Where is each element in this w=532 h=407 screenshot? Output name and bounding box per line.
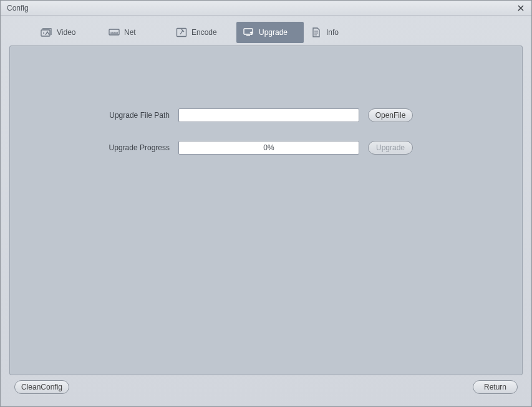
progress-display: 0%: [178, 141, 359, 155]
upgrade-panel: Upgrade File Path OpenFile Upgrade Progr…: [9, 45, 523, 375]
svg-rect-2: [109, 29, 119, 35]
tab-label: Info: [326, 28, 339, 37]
open-file-button[interactable]: OpenFile: [368, 108, 413, 122]
row-file-path: Upgrade File Path OpenFile: [10, 108, 522, 122]
tab-label: Video: [57, 28, 75, 37]
encode-icon: [175, 27, 188, 37]
tabbar: Video Net Encode Upgrade: [9, 22, 523, 43]
return-button[interactable]: Return: [473, 380, 518, 394]
footer: CleanConfig Return: [9, 375, 523, 400]
close-icon[interactable]: [515, 2, 526, 14]
tab-label: Net: [124, 28, 136, 37]
tab-net[interactable]: Net: [102, 22, 169, 43]
tab-label: Encode: [191, 28, 217, 37]
net-icon: [108, 27, 120, 37]
tab-info[interactable]: Info: [304, 22, 371, 43]
body-area: Video Net Encode Upgrade: [1, 16, 531, 406]
clean-config-button[interactable]: CleanConfig: [14, 380, 69, 394]
upgrade-button[interactable]: Upgrade: [368, 141, 413, 155]
svg-point-1: [43, 32, 44, 34]
file-path-input[interactable]: [178, 108, 359, 122]
info-icon: [310, 27, 322, 37]
window-title: Config: [7, 4, 515, 12]
titlebar: Config: [1, 1, 531, 16]
video-icon: [41, 27, 53, 37]
row-progress: Upgrade Progress 0% Upgrade: [10, 141, 522, 155]
progress-text: 0%: [263, 143, 274, 152]
upgrade-icon: [243, 27, 255, 37]
label-file-path: Upgrade File Path: [10, 111, 178, 120]
tab-upgrade[interactable]: Upgrade: [236, 22, 304, 43]
config-window: Config Video Net Enco: [0, 0, 532, 407]
tab-label: Upgrade: [259, 28, 288, 37]
tab-encode[interactable]: Encode: [169, 22, 236, 43]
tab-video[interactable]: Video: [34, 22, 102, 43]
label-progress: Upgrade Progress: [10, 143, 178, 152]
